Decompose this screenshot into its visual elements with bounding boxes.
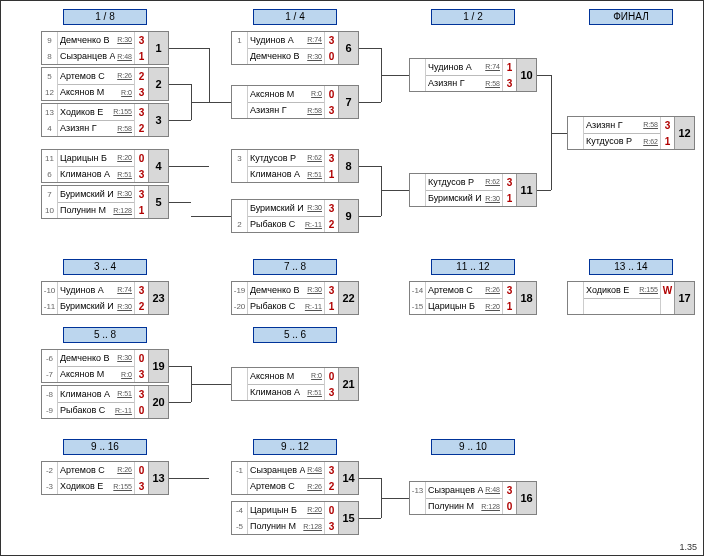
seed: 3 bbox=[232, 150, 247, 166]
match-id: 2 bbox=[148, 68, 168, 100]
seed: -5 bbox=[232, 518, 247, 534]
connector bbox=[191, 216, 231, 217]
rating: R:30 bbox=[117, 36, 132, 43]
player-name: Ходиков Е bbox=[586, 285, 629, 295]
rating: R:-11 bbox=[115, 407, 132, 414]
score: 3 bbox=[135, 282, 148, 298]
score: 3 bbox=[135, 186, 148, 202]
match-id: 19 bbox=[148, 350, 168, 382]
connector bbox=[381, 166, 382, 216]
rating: R:58 bbox=[307, 107, 322, 114]
rating: R:20 bbox=[485, 303, 500, 310]
rating: R:58 bbox=[117, 125, 132, 132]
seed: -13 bbox=[410, 482, 425, 498]
player-row: Сызранцев АR:48 bbox=[248, 462, 324, 479]
player-name: Артемов С bbox=[60, 71, 105, 81]
player-name: Демченко В bbox=[60, 353, 110, 363]
score-col: W bbox=[660, 282, 674, 314]
players: Климанов АR:51Рыбаков СR:-11 bbox=[58, 386, 134, 418]
rating: R:26 bbox=[117, 72, 132, 79]
player-row bbox=[584, 299, 660, 315]
connector bbox=[169, 166, 209, 167]
players: Сызранцев АR:48Полунин МR:128 bbox=[426, 482, 502, 514]
seed: -20 bbox=[232, 298, 247, 314]
rating: R:30 bbox=[307, 204, 322, 211]
player-name: Азизян Г bbox=[60, 123, 97, 133]
players: Азизян ГR:58Кутдусов РR:62 bbox=[584, 117, 660, 149]
connector bbox=[537, 75, 551, 76]
seed bbox=[232, 478, 247, 494]
player-row: Полунин МR:128 bbox=[58, 203, 134, 219]
player-row: Артемов СR:26 bbox=[426, 282, 502, 299]
match-id: 10 bbox=[516, 59, 536, 91]
players: Царицын БR:20Климанов АR:51 bbox=[58, 150, 134, 182]
player-row: Кутдусов РR:62 bbox=[584, 134, 660, 150]
connector bbox=[209, 48, 210, 102]
score bbox=[661, 298, 674, 314]
player-row: Артемов СR:26 bbox=[58, 68, 134, 85]
match-box: -4-5Царицын БR:20Полунин МR:1280315 bbox=[231, 501, 359, 535]
rating: R:0 bbox=[311, 372, 322, 379]
rating: R:0 bbox=[121, 89, 132, 96]
player-row: Буримский ИR:30 bbox=[248, 200, 324, 217]
score: 1 bbox=[503, 298, 516, 314]
player-row: Буримский ИR:30 bbox=[58, 186, 134, 203]
players: Ходиков ЕR:155Азизян ГR:58 bbox=[58, 104, 134, 136]
match-id: 5 bbox=[148, 186, 168, 218]
score-col: 31 bbox=[502, 174, 516, 206]
seed bbox=[568, 298, 583, 314]
seed-col: 512 bbox=[42, 68, 58, 100]
seed bbox=[410, 75, 425, 91]
player-row: Демченко ВR:30 bbox=[58, 32, 134, 49]
seed: 6 bbox=[42, 166, 57, 182]
score-col: 31 bbox=[324, 282, 338, 314]
stage-header: 7 .. 8 bbox=[253, 259, 337, 275]
score-col: 31 bbox=[660, 117, 674, 149]
seed: 2 bbox=[232, 216, 247, 232]
connector bbox=[169, 120, 191, 121]
seed bbox=[410, 190, 425, 206]
score: 3 bbox=[503, 282, 516, 298]
seed bbox=[568, 117, 583, 133]
rating: R:48 bbox=[307, 466, 322, 473]
match-box: Азизян ГR:58Кутдусов РR:623112 bbox=[567, 116, 695, 150]
score: 3 bbox=[135, 166, 148, 182]
rating: R:20 bbox=[307, 506, 322, 513]
connector bbox=[169, 402, 191, 403]
player-name: Рыбаков С bbox=[250, 301, 295, 311]
rating: R:62 bbox=[307, 154, 322, 161]
seed bbox=[568, 133, 583, 149]
connector bbox=[359, 216, 381, 217]
match-box: -1Сызранцев АR:48Артемов СR:263214 bbox=[231, 461, 359, 495]
players: Кутдусов РR:62Климанов АR:51 bbox=[248, 150, 324, 182]
player-name: Демченко В bbox=[250, 285, 300, 295]
player-row: Кутдусов РR:62 bbox=[248, 150, 324, 167]
connector bbox=[381, 190, 409, 191]
player-row: Азизян ГR:58 bbox=[248, 103, 324, 119]
rating: R:30 bbox=[117, 354, 132, 361]
player-row: Демченко ВR:30 bbox=[248, 49, 324, 65]
score-col: 32 bbox=[324, 200, 338, 232]
rating: R:62 bbox=[643, 138, 658, 145]
connector bbox=[169, 48, 209, 49]
score: 0 bbox=[503, 498, 516, 514]
score: 1 bbox=[325, 298, 338, 314]
score: 1 bbox=[503, 59, 516, 75]
seed-col bbox=[568, 117, 584, 149]
score-col: 31 bbox=[134, 186, 148, 218]
player-row: Полунин МR:128 bbox=[426, 499, 502, 515]
player-name: Чудинов А bbox=[428, 62, 472, 72]
seed-col bbox=[568, 282, 584, 314]
rating: R:74 bbox=[485, 63, 500, 70]
seed: -8 bbox=[42, 386, 57, 402]
players: Артемов СR:26Аксянов МR:0 bbox=[58, 68, 134, 100]
match-box: 3Кутдусов РR:62Климанов АR:51318 bbox=[231, 149, 359, 183]
player-name: Полунин М bbox=[60, 205, 106, 215]
player-row: Азизян ГR:58 bbox=[584, 117, 660, 134]
players: Артемов СR:26Ходиков ЕR:155 bbox=[58, 462, 134, 494]
match-id: 6 bbox=[338, 32, 358, 64]
stage-header: 9 .. 16 bbox=[63, 439, 147, 455]
match-id: 22 bbox=[338, 282, 358, 314]
player-name: Рыбаков С bbox=[250, 219, 295, 229]
player-name: Буримский И bbox=[60, 301, 114, 311]
